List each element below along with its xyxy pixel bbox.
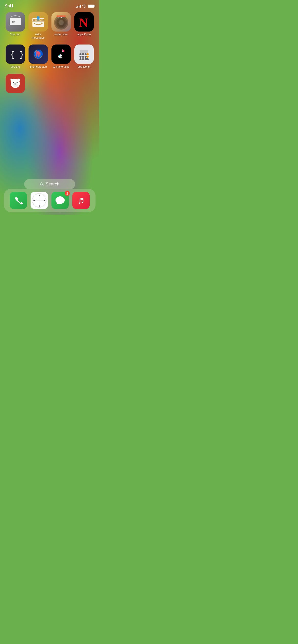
phone-icon [13, 196, 23, 205]
search-label: Search [46, 182, 59, 187]
music-icon [76, 195, 86, 206]
app-label-firefox: Shortcuts app [30, 65, 47, 68]
app-item-netflix[interactable]: N apps if you [74, 12, 94, 39]
app-item-amazon[interactable]: amazon write messages [28, 12, 48, 39]
svg-text:{ }: { } [10, 50, 23, 59]
messages-badge: 1 [65, 191, 70, 196]
svg-point-31 [17, 82, 18, 83]
app-icon-amazon: amazon [29, 12, 48, 32]
app-item-bear[interactable] [5, 74, 25, 94]
app-item-instagram[interactable]: Insta under your [51, 12, 71, 39]
search-icon [40, 182, 44, 186]
svg-point-24 [85, 56, 87, 58]
svg-point-21 [85, 53, 87, 55]
battery-icon [88, 5, 94, 8]
search-bar[interactable]: Search [24, 179, 75, 189]
svg-point-32 [10, 79, 13, 81]
svg-text:S: S [39, 205, 40, 207]
signal-icon [76, 5, 81, 8]
app-label-netflix: apps if you [77, 33, 91, 36]
app-icon-appletv: tv [6, 12, 25, 32]
app-item-codepoint[interactable]: { } use the [5, 45, 25, 68]
dock-item-music[interactable] [72, 192, 90, 209]
svg-rect-0 [10, 18, 21, 25]
svg-point-17 [87, 56, 89, 58]
status-time: 9:41 [5, 4, 13, 9]
svg-point-23 [82, 56, 84, 58]
svg-point-26 [82, 58, 84, 60]
app-icon-tiktok [51, 45, 71, 64]
app-icon-calculator [74, 45, 94, 64]
app-item-firefox[interactable]: Shortcuts app [28, 45, 48, 68]
app-grid: tv You can amazon write messages [0, 10, 99, 94]
svg-point-16 [87, 53, 89, 55]
wifi-icon [82, 5, 86, 8]
app-item-appletv[interactable]: tv You can [5, 12, 25, 39]
app-icon-firefox [29, 45, 48, 64]
app-icon-netflix: N [74, 12, 94, 32]
svg-rect-15 [80, 50, 88, 53]
app-icon-bear [6, 74, 25, 93]
svg-point-33 [18, 79, 20, 81]
messages-icon [55, 195, 66, 206]
app-label-tiktok: to make alias [53, 65, 70, 68]
svg-text:N: N [79, 16, 88, 30]
app-icon-instagram: Insta [51, 12, 71, 32]
app-label-appletv: You can [10, 33, 20, 36]
status-bar: 9:41 [0, 0, 99, 10]
search-bar-container: Search [0, 179, 99, 189]
app-label-calculator: app icons. [78, 65, 90, 68]
svg-point-20 [82, 53, 84, 55]
svg-text:amazon: amazon [33, 18, 45, 22]
dock-item-safari[interactable]: N S W E [31, 192, 48, 209]
app-label-codepoint: use the [11, 65, 20, 68]
svg-text:E: E [44, 200, 45, 201]
dock-item-messages[interactable]: 1 [51, 192, 69, 209]
svg-point-25 [79, 58, 82, 60]
app-label-instagram: under your [55, 33, 68, 36]
svg-point-30 [13, 82, 14, 83]
safari-icon: N S W E [32, 193, 47, 208]
svg-point-22 [79, 56, 82, 58]
app-icon-codepoint: { } [6, 45, 25, 64]
app-label-amazon: write messages [29, 33, 48, 39]
svg-text:tv: tv [12, 20, 15, 24]
svg-text:N: N [39, 194, 40, 196]
svg-rect-27 [85, 58, 89, 60]
svg-point-19 [79, 53, 82, 55]
status-icons [76, 5, 94, 8]
dock: N S W E 1 [4, 189, 96, 212]
dock-item-phone[interactable] [10, 192, 27, 209]
app-item-calculator[interactable]: app icons. [74, 45, 94, 68]
app-item-tiktok[interactable]: to make alias [51, 45, 71, 68]
svg-text:W: W [33, 200, 35, 201]
svg-point-9 [59, 20, 64, 25]
svg-point-29 [14, 83, 16, 85]
